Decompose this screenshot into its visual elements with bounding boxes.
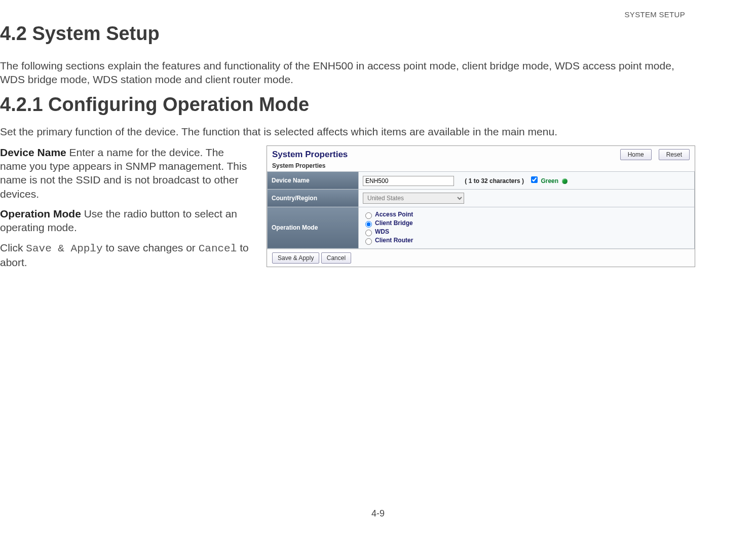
row-label-country: Country/Region: [268, 189, 359, 207]
radio-client-router[interactable]: Client Router: [363, 237, 690, 245]
section-heading: 4.2 System Setup: [0, 23, 756, 45]
op-mode-radio-group: Access Point Client Bridge WDS Client Ro…: [363, 211, 690, 245]
properties-table: Device Name ( 1 to 32 characters ) Green…: [267, 171, 695, 249]
country-select[interactable]: United States: [363, 193, 464, 204]
subsection-intro: Set the primary function of the device. …: [0, 125, 695, 138]
green-checkbox[interactable]: [531, 176, 538, 183]
home-button[interactable]: Home: [620, 149, 652, 160]
radio-wds[interactable]: WDS: [363, 228, 690, 236]
table-row: Operation Mode Access Point Client Bridg…: [268, 207, 695, 248]
term-operation-mode: Operation Mode: [0, 208, 81, 219]
click-mid: to save changes or: [103, 242, 199, 253]
radio-label-client-router: Client Router: [375, 237, 413, 244]
def-operation-mode: Operation Mode Use the radio button to s…: [0, 207, 253, 235]
row-label-device-name: Device Name: [268, 171, 359, 189]
panel-subheader: System Properties: [267, 161, 695, 171]
section-intro: The following sections explain the featu…: [0, 59, 695, 87]
radio-client-bridge[interactable]: Client Bridge: [363, 219, 690, 228]
term-device-name: Device Name: [0, 146, 66, 158]
cancel-button[interactable]: Cancel: [321, 252, 351, 264]
radio-input-wds[interactable]: [365, 230, 372, 236]
green-label: Green: [541, 177, 558, 185]
page-number: 4-9: [0, 508, 756, 519]
radio-input-access-point[interactable]: [365, 212, 372, 219]
radio-access-point[interactable]: Access Point: [363, 211, 690, 219]
table-row: Device Name ( 1 to 32 characters ) Green: [268, 171, 695, 189]
subsection-heading: 4.2.1 Configuring Operation Mode: [0, 94, 756, 116]
row-label-opmode: Operation Mode: [268, 207, 359, 248]
table-row: Country/Region United States: [268, 189, 695, 207]
def-click-instructions: Click Save & Apply to save changes or Ca…: [0, 241, 253, 270]
radio-label-client-bridge: Client Bridge: [375, 219, 413, 227]
save-apply-literal: Save & Apply: [26, 243, 102, 254]
save-apply-button[interactable]: Save & Apply: [272, 252, 319, 264]
radio-input-client-bridge[interactable]: [365, 221, 372, 228]
radio-label-wds: WDS: [375, 228, 389, 235]
device-name-input[interactable]: [363, 176, 454, 186]
panel-title: System Properties: [272, 150, 348, 160]
click-prefix: Click: [0, 242, 26, 253]
system-properties-panel: System Properties Home Reset System Prop…: [267, 145, 695, 267]
green-led-icon: [562, 178, 568, 184]
def-device-name: Device Name Enter a name for the device.…: [0, 145, 253, 201]
cancel-literal: Cancel: [199, 243, 237, 254]
running-head: SYSTEM SETUP: [0, 10, 756, 19]
radio-label-access-point: Access Point: [375, 211, 413, 218]
reset-button[interactable]: Reset: [659, 149, 690, 160]
device-name-hint: ( 1 to 32 characters ): [465, 177, 524, 185]
radio-input-client-router[interactable]: [365, 238, 372, 245]
definition-list: Device Name Enter a name for the device.…: [0, 145, 253, 275]
panel-footer: Save & Apply Cancel: [267, 249, 695, 267]
